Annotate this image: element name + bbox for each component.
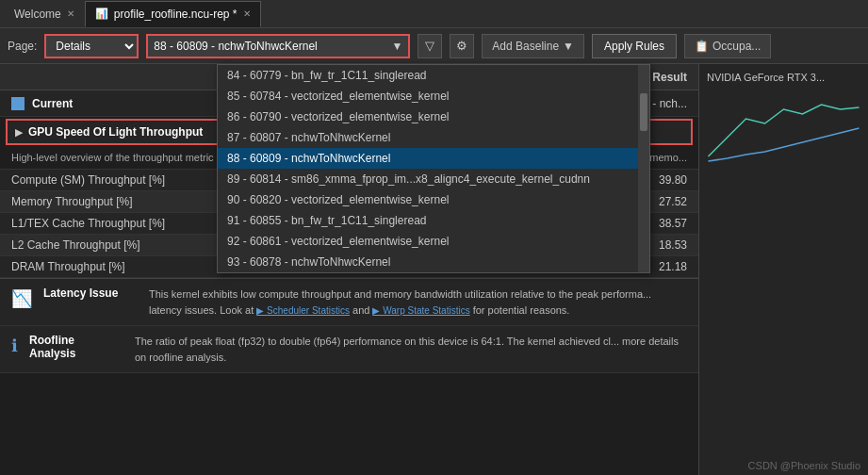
filter-button[interactable]: ▽ bbox=[418, 34, 442, 58]
settings-button[interactable]: ⚙ bbox=[450, 34, 474, 58]
dropdown-scrollbar-thumb bbox=[640, 93, 647, 131]
tab-profile[interactable]: 📊 profile_roofline.ncu-rep * ✕ bbox=[85, 1, 261, 27]
current-label: Current bbox=[32, 97, 73, 110]
page-label: Page: bbox=[8, 40, 37, 53]
latency-issue-title: Latency Issue bbox=[43, 287, 138, 300]
roofline-icon: ℹ bbox=[11, 336, 18, 356]
roofline-text: The ratio of peak float (fp32) to double… bbox=[135, 334, 687, 365]
latency-issue-text: This kernel exhibits low compute through… bbox=[149, 287, 687, 318]
latency-issue-icon: 📉 bbox=[11, 288, 32, 309]
page-select[interactable]: Details bbox=[44, 34, 139, 58]
scheduler-stats-link[interactable]: ▶ Scheduler Statistics bbox=[256, 305, 350, 316]
dropdown-item[interactable]: 88 - 60809 - nchwToNhwcKernel bbox=[218, 148, 649, 169]
toolbar: Page: Details 88 - 60809 - nchwToNhwcKer… bbox=[0, 28, 868, 64]
profile-tab-icon: 📊 bbox=[95, 8, 108, 20]
roofline-issue-row: ℹ Roofline Analysis The ratio of peak fl… bbox=[0, 326, 698, 373]
section-title: GPU Speed Of Light Throughput bbox=[28, 125, 203, 139]
apply-rules-button[interactable]: Apply Rules bbox=[592, 34, 677, 58]
close-profile-icon[interactable]: ✕ bbox=[243, 8, 251, 19]
dropdown-item[interactable]: 86 - 60790 - vectorized_elementwise_kern… bbox=[218, 106, 649, 127]
right-panel: NVIDIA GeForce RTX 3... bbox=[698, 64, 868, 475]
dropdown-menu[interactable]: 84 - 60779 - bn_fw_tr_1C11_singleread85 … bbox=[217, 64, 650, 273]
col-header-result: Result bbox=[652, 71, 687, 84]
dropdown-item[interactable]: 90 - 60820 - vectorized_elementwise_kern… bbox=[218, 189, 649, 210]
occupancy-icon: 📋 bbox=[695, 40, 709, 53]
main-content: Result Current 60809 - nch... ▶ GPU Spee… bbox=[0, 64, 868, 475]
dropdown-item[interactable]: 89 - 60814 - sm86_xmma_fprop_im...x8_ali… bbox=[218, 169, 649, 189]
tab-profile-label: profile_roofline.ncu-rep * bbox=[114, 8, 237, 21]
dropdown-item[interactable]: 93 - 60878 - nchwToNhwcKernel bbox=[218, 252, 649, 272]
latency-issue-row: 📉 Latency Issue This kernel exhibits low… bbox=[0, 279, 698, 326]
tab-welcome-label: Welcome bbox=[14, 8, 61, 21]
add-baseline-label: Add Baseline bbox=[492, 40, 559, 53]
add-baseline-arrow-icon: ▼ bbox=[563, 40, 574, 53]
dropdown-item[interactable]: 87 - 60807 - nchwToNhwcKernel bbox=[218, 127, 649, 148]
result-dropdown-arrow-icon: ▼ bbox=[391, 40, 402, 53]
occupancy-label: Occupa... bbox=[712, 40, 761, 53]
result-value: 88 - 60809 - nchwToNhwcKernel bbox=[154, 40, 317, 53]
warp-state-link[interactable]: ▶ Warp State Statistics bbox=[372, 305, 469, 316]
settings-icon: ⚙ bbox=[456, 39, 467, 53]
close-welcome-icon[interactable]: ✕ bbox=[67, 8, 74, 19]
watermark: CSDN @Phoenix Studio bbox=[748, 460, 860, 471]
current-checkbox[interactable] bbox=[11, 97, 25, 110]
roofline-title: Roofline Analysis bbox=[29, 334, 123, 360]
tab-bar: Welcome ✕ 📊 profile_roofline.ncu-rep * ✕ bbox=[0, 0, 868, 28]
dropdown-item[interactable]: 91 - 60855 - bn_fw_tr_1C11_singleread bbox=[218, 210, 649, 231]
tab-welcome[interactable]: Welcome ✕ bbox=[4, 1, 85, 27]
occupancy-button[interactable]: 📋 Occupa... bbox=[684, 34, 771, 58]
apply-rules-label: Apply Rules bbox=[604, 40, 664, 53]
result-dropdown[interactable]: 88 - 60809 - nchwToNhwcKernel ▼ bbox=[146, 34, 410, 58]
filter-icon: ▽ bbox=[425, 39, 434, 53]
dropdown-item[interactable]: 92 - 60861 - vectorized_elementwise_kern… bbox=[218, 231, 649, 252]
dropdown-item[interactable]: 85 - 60784 - vectorized_elementwise_kern… bbox=[218, 86, 649, 106]
gpu-label: NVIDIA GeForce RTX 3... bbox=[707, 72, 860, 83]
dropdown-scrollbar[interactable] bbox=[638, 65, 649, 272]
section-arrow-icon: ▶ bbox=[15, 126, 23, 139]
add-baseline-button[interactable]: Add Baseline ▼ bbox=[482, 34, 584, 58]
bottom-section: 📉 Latency Issue This kernel exhibits low… bbox=[0, 278, 698, 373]
dropdown-item[interactable]: 84 - 60779 - bn_fw_tr_1C11_singleread bbox=[218, 65, 649, 86]
